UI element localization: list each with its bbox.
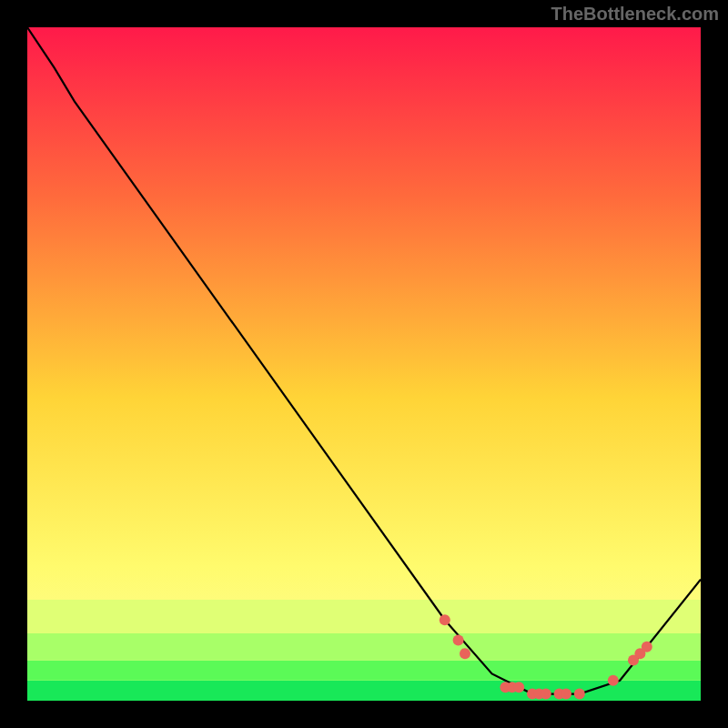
svg-rect-2 — [27, 633, 701, 661]
chart-svg — [27, 27, 701, 701]
data-point — [440, 614, 450, 625]
data-point — [642, 642, 652, 652]
safe-zone-bands — [27, 600, 701, 701]
svg-rect-0 — [27, 681, 701, 701]
data-point — [460, 648, 470, 659]
plot-area — [27, 27, 701, 701]
data-point — [574, 689, 585, 700]
data-point — [513, 682, 524, 693]
data-point — [541, 689, 551, 700]
data-point — [453, 634, 464, 645]
chart-frame: TheBottleneck.com — [0, 0, 728, 728]
data-point — [608, 675, 619, 686]
svg-rect-1 — [27, 661, 701, 681]
svg-rect-3 — [27, 600, 701, 633]
data-point — [561, 689, 571, 700]
attribution-label: TheBottleneck.com — [551, 4, 719, 25]
